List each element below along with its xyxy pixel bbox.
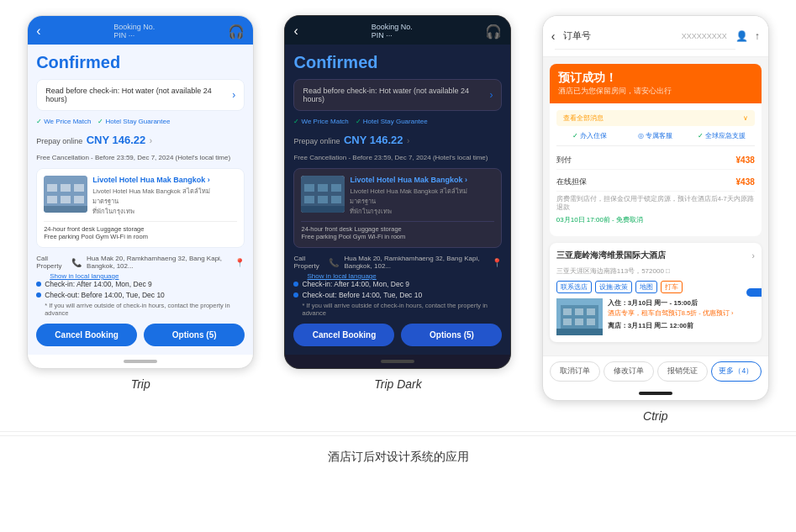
svg-rect-2: [61, 184, 71, 192]
ctrip-invoice-btn[interactable]: 报销凭证: [657, 361, 708, 382]
cancel-booking-button-dark[interactable]: Cancel Booking: [293, 324, 394, 346]
svg-rect-11: [331, 184, 341, 192]
ctrip-online-guarantee-row: 在线担保 ¥438: [556, 173, 755, 192]
ctrip-hotel-card: 三亚鹿岭海湾维景国际大酒店 › 三亚天涯区海边南路113号，572000 □ 联…: [550, 243, 762, 342]
map-icon-light[interactable]: 📍: [235, 258, 245, 267]
notice-text-dark: Read before check-in: Hot water (not ava…: [303, 87, 489, 103]
ctrip-guarantee-note: 房费需到店付，担保金仅用于锁定房源，预计在酒店后4-7天内原路退款: [556, 195, 755, 212]
ctrip-emergency-service[interactable]: ✓ 全球应急支援: [688, 131, 755, 140]
trip-light-card: ‹ Booking No. PIN ··· 🎧 Confirmed Read b…: [17, 15, 264, 391]
ctrip-header-icons: 👤 ↑: [735, 30, 760, 42]
svg-rect-7: [44, 206, 87, 213]
prepay-amount-dark: CNY 146.22: [344, 134, 403, 146]
cancellation-dark: Free Cancellation - Before 23:59, Dec 7,…: [293, 154, 502, 161]
prepay-label-dark: Prepay online: [293, 137, 340, 145]
hotel-info-dark: Livotel Hotel Hua Mak Bangkok › Livotel …: [350, 176, 494, 216]
dot-checkin-dark: [293, 282, 298, 287]
notice-arrow-light: ›: [232, 89, 235, 101]
dot-checkout-dark: [293, 292, 298, 298]
call-icon-light[interactable]: 📞: [71, 258, 82, 267]
svg-rect-4: [47, 196, 57, 203]
svg-rect-15: [301, 206, 345, 213]
headphone-icon-dark[interactable]: 🎧: [485, 24, 502, 40]
ctrip-taxi-tag[interactable]: 打车: [661, 281, 683, 293]
local-lang-dark[interactable]: Show in local language: [307, 272, 502, 280]
call-row-dark: Call Property 📞 Hua Mak 20, Ramkhamhaeng…: [293, 255, 502, 270]
ctrip-modify-order-btn[interactable]: 修改订单: [604, 361, 654, 382]
ctrip-customer-service[interactable]: ◎ 专属客服: [622, 131, 688, 140]
back-icon-light[interactable]: ‹: [36, 24, 40, 39]
back-icon-dark[interactable]: ‹: [293, 24, 298, 39]
dot-checkout-light: [36, 292, 41, 298]
ctrip-body: 预订成功！ 酒店已为您保留房间，请安心出行 查看全部消息 ∨: [543, 57, 768, 356]
header-center-dark: Booking No. PIN ···: [372, 23, 413, 40]
ctrip-success-sub: 酒店已为您保留房间，请安心出行: [558, 86, 753, 97]
price-match-dark: ✓ We Price Match: [293, 118, 348, 125]
hotel-name-dark: Livotel Hotel Hua Mak Bangkok ›: [350, 176, 494, 184]
ctrip-map-tag[interactable]: 地图: [635, 281, 657, 293]
trip-dark-header: ‹ Booking No. PIN ··· 🎧: [285, 16, 510, 45]
prepay-section-light: Prepay online CNY 146.22 ›: [36, 132, 245, 147]
checkin-section-dark: Check-in: After 14:00, Mon, Dec 9 Check-…: [293, 280, 502, 317]
hotel-card-dark: Livotel Hotel Hua Mak Bangkok › Livotel …: [293, 168, 502, 248]
trip-dark-label: Trip Dark: [374, 377, 422, 391]
svg-rect-3: [74, 184, 84, 192]
divider: [0, 431, 796, 432]
cancel-booking-button-light[interactable]: Cancel Booking: [36, 324, 137, 346]
ctrip-special-offer[interactable]: 酒店专享，租车自驾预订8.5折 - 优惠预订 ›: [608, 309, 755, 318]
ctrip-services: ✓ 办入住保 ◎ 专属客服 ✓ 全球应急支援: [556, 131, 755, 146]
call-icon-dark[interactable]: 📞: [329, 258, 339, 267]
map-icon-dark[interactable]: 📍: [492, 258, 502, 267]
ctrip-messages-row[interactable]: 查看全部消息 ∨: [556, 110, 755, 126]
svg-rect-9: [304, 184, 314, 192]
note-dark: * If you will arrive outside of check-in…: [293, 302, 502, 317]
svg-rect-10: [318, 184, 328, 192]
ctrip-checkin-service[interactable]: ✓ 办入住保: [556, 131, 623, 140]
ctrip-order-label: 订单号 XXXXXXXXX: [555, 23, 735, 50]
svg-rect-6: [74, 196, 84, 203]
trip-dark-card: ‹ Booking No. PIN ··· 🎧 Confirmed Read b…: [274, 15, 521, 391]
local-lang-light[interactable]: Show in local language: [50, 272, 245, 280]
ctrip-hotel-arrow[interactable]: ›: [751, 251, 754, 261]
ctrip-share-icon[interactable]: ↑: [755, 30, 760, 42]
price-match-light: ✓ We Price Match: [36, 118, 91, 125]
svg-rect-20: [587, 308, 595, 315]
prepay-section-dark: Prepay online CNY 146.22 ›: [293, 132, 502, 147]
hotel-sub2-light: ที่พักในกรุงเทพ: [92, 206, 237, 216]
svg-rect-19: [575, 308, 583, 315]
svg-rect-21: [563, 319, 572, 325]
ctrip-success-title: 预订成功！: [558, 71, 753, 86]
ctrip-contact-icon[interactable]: 👤: [735, 30, 748, 42]
hotel-thumb-light: [44, 176, 87, 213]
notice-box-dark[interactable]: Read before check-in: Hot water (not ava…: [293, 79, 502, 111]
ctrip-more-btn[interactable]: 更多（4）: [711, 361, 762, 382]
action-buttons-dark: Cancel Booking Options (5): [293, 324, 502, 346]
checkin-section-light: Check-in: After 14:00, Mon, Dec 9 Check-…: [36, 280, 245, 317]
ctrip-policy-tag[interactable]: 设施·政策: [595, 281, 632, 293]
home-indicator-ctrip: [639, 392, 672, 395]
ctrip-contact-store[interactable]: 联系选店: [556, 281, 592, 293]
ctrip-float-service-btn[interactable]: 在线客服: [746, 288, 762, 297]
trip-light-label: Trip: [131, 377, 150, 391]
home-indicator-light: [124, 360, 157, 363]
ctrip-cancel-order-btn[interactable]: 取消订单: [550, 361, 600, 382]
hotel-thumb-dark: [301, 176, 345, 213]
headphone-icon-light[interactable]: 🎧: [228, 24, 245, 40]
guarantee-row-light: ✓ We Price Match ✓ Hotel Stay Guarantee: [36, 118, 245, 125]
ctrip-guarantee-amount: ¥438: [736, 177, 755, 187]
cancellation-light: Free Cancellation - Before 23:59, Dec 7,…: [36, 154, 245, 161]
prepay-label-light: Prepay online: [36, 137, 82, 145]
checkin-row-light: Check-in: After 14:00, Mon, Dec 9: [36, 280, 245, 288]
bottom-caption: 酒店订后对设计系统的应用: [0, 435, 796, 482]
notice-box-light[interactable]: Read before check-in: Hot water (not ava…: [36, 79, 245, 111]
options-button-light[interactable]: Options (5): [144, 324, 245, 346]
svg-rect-5: [61, 196, 71, 203]
ctrip-bottom-buttons: 取消订单 修改订单 报销凭证 更多（4）: [543, 356, 768, 387]
options-button-dark[interactable]: Options (5): [401, 324, 502, 346]
home-indicator-dark: [381, 360, 414, 363]
hotel-name-light: Livotel Hotel Hua Mak Bangkok ›: [92, 176, 237, 184]
action-buttons-light: Cancel Booking Options (5): [36, 324, 245, 346]
main-container: ‹ Booking No. PIN ··· 🎧 Confirmed Read b…: [0, 0, 796, 482]
ctrip-hotel-details: 入住：3月10日 周一 - 15:00后 酒店专享，租车自驾预订8.5折 - 优…: [608, 298, 755, 335]
trip-dark-frame: ‹ Booking No. PIN ··· 🎧 Confirmed Read b…: [284, 15, 511, 369]
